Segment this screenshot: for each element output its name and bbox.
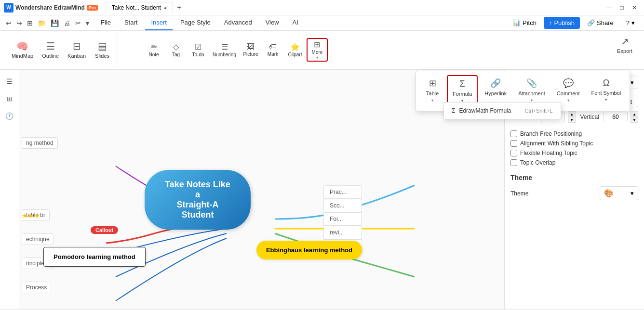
formula-icon: Σ — [460, 79, 465, 89]
callout-badge: Callout — [91, 226, 118, 234]
attachment-label: Attachment — [518, 90, 545, 96]
note-label: Note — [148, 52, 159, 57]
publish-btn[interactable]: ↑ Publish — [544, 17, 580, 29]
publish-label: Publish — [554, 19, 575, 26]
app-logo-icon: W — [4, 3, 13, 13]
slides-btn[interactable]: ▤ Slides — [91, 39, 114, 61]
pitch-btn[interactable]: 📊 Pitch — [508, 17, 542, 29]
tab-area: Take Not... Student ● + — [106, 2, 183, 13]
more-btn[interactable]: ⊞ More ▾ — [307, 38, 328, 62]
mark-btn[interactable]: 🏷 Mark — [262, 41, 283, 58]
tag-btn[interactable]: ◇ Tag — [165, 41, 187, 58]
numbering-btn[interactable]: ☰ Numbering — [210, 41, 239, 58]
vertical-input-group: ▲ ▼ — [604, 111, 638, 123]
add-tab-btn[interactable]: + — [175, 3, 183, 12]
tool8[interactable]: ▾ — [84, 17, 91, 29]
vertical-input[interactable] — [604, 112, 628, 122]
outline-btn[interactable]: ☰ Outline — [38, 39, 63, 61]
ebbinghaus-label: Ebbinghaus learning method — [266, 246, 352, 254]
export-label: Export — [617, 48, 632, 54]
ribbon-tab-bar: ↩ ↪ ⊞ 📁 💾 🖨 ✂ ▾ File Start Insert Page S… — [0, 15, 644, 31]
todo-btn[interactable]: ☑ To-do — [188, 41, 209, 58]
numbering-label: Numbering — [213, 52, 236, 57]
tool6[interactable]: 🖨 — [62, 17, 72, 29]
redo-btn[interactable]: ↪ — [14, 17, 24, 29]
tab-advanced[interactable]: Advanced — [218, 15, 258, 30]
table-icon: ⊞ — [429, 78, 436, 89]
tab-page-style[interactable]: Page Style — [174, 15, 216, 30]
branch-free-checkbox[interactable] — [510, 130, 517, 137]
share-btn[interactable]: 🔗 Share — [582, 17, 619, 29]
tool3[interactable]: ⊞ — [25, 17, 35, 29]
panel-btn-1[interactable]: ☰ — [2, 74, 17, 89]
close-btn[interactable]: ✕ — [629, 2, 640, 13]
tab-insert[interactable]: Insert — [145, 15, 173, 30]
more-chevron-icon: ▾ — [316, 55, 318, 60]
slides-label: Slides — [95, 53, 109, 59]
panel-btn-3[interactable]: 🕐 — [2, 108, 17, 124]
title-bar: W Wondershare EdrawMind Pro Take Not... … — [0, 0, 644, 15]
flexible-floating-checkbox[interactable] — [510, 150, 517, 156]
tool7[interactable]: ✂ — [73, 17, 83, 29]
mini-tools: ↩ ↪ ⊞ 📁 💾 🖨 ✂ ▾ — [4, 17, 91, 29]
tab-view[interactable]: View — [260, 15, 285, 30]
edrawmath-label: EdrawMath Formula — [459, 107, 511, 114]
kanban-icon: ⊟ — [73, 40, 81, 52]
share-icon: 🔗 — [587, 19, 595, 26]
maximize-btn[interactable]: □ — [616, 2, 628, 13]
pitch-icon: 📊 — [513, 19, 521, 26]
active-tab[interactable]: Take Not... Student ● — [106, 2, 173, 13]
undo-btn[interactable]: ↩ — [4, 17, 13, 29]
clipart-btn[interactable]: ⭐ Clipart — [284, 41, 306, 58]
vertical-spin-up[interactable]: ▲ — [631, 111, 638, 117]
clipart-label: Clipart — [288, 52, 302, 57]
alignment-sibling-checkbox[interactable] — [510, 140, 517, 147]
panel-btn-2[interactable]: ⊞ — [2, 91, 17, 106]
layout-chevron-icon: ▾ — [631, 79, 634, 86]
table-dropdown-item[interactable]: ⊞ Table ▾ — [420, 75, 445, 107]
ebbinghaus-topic[interactable]: Ebbinghaus learning method — [256, 241, 362, 259]
outline-label: Outline — [42, 53, 59, 59]
export-btn[interactable]: ↗ Export — [613, 34, 636, 56]
ribbon-actions: 📊 Pitch ↑ Publish 🔗 Share ? ▾ — [508, 17, 640, 29]
tool5[interactable]: 💾 — [49, 17, 61, 29]
theme-label: Theme — [510, 190, 528, 197]
hyperlink-label: Hyperlink — [484, 90, 507, 96]
theme-select[interactable]: 🎨 ▾ — [600, 186, 638, 200]
tool4[interactable]: 📁 — [36, 17, 48, 29]
vertical-spin-down[interactable]: ▼ — [631, 117, 638, 123]
kanban-btn[interactable]: ⊟ Kanban — [64, 39, 90, 61]
minimize-btn[interactable]: — — [604, 2, 615, 13]
mark-label: Mark — [268, 52, 278, 57]
note-btn[interactable]: ✏ Note — [143, 41, 164, 58]
share-label: Share — [597, 19, 614, 26]
stars-1: ★★★ — [22, 212, 40, 220]
edrawmath-formula-item[interactable]: Σ EdrawMath Formula Ctrl+Shift+L — [444, 104, 561, 117]
pomodoro-topic[interactable]: Pomodoro learning method — [43, 247, 146, 267]
horizontal-spin-btns: ▲ ▼ — [568, 111, 576, 123]
mindmap-btn[interactable]: 🧠 MindMap — [8, 39, 37, 61]
tab-ai[interactable]: AI — [287, 15, 304, 30]
help-icon: ? — [626, 19, 630, 26]
horizontal-spin-up[interactable]: ▲ — [568, 111, 576, 117]
help-btn[interactable]: ? ▾ — [621, 17, 640, 29]
checkboxes-section: Branch Free Positioning Alignment With S… — [510, 130, 638, 166]
vertical-spin-btns: ▲ ▼ — [631, 111, 638, 123]
tab-start[interactable]: Start — [119, 15, 143, 30]
todo-icon: ☑ — [195, 42, 201, 52]
central-topic[interactable]: Take Notes Like aStraight-A Student — [145, 170, 251, 230]
horizontal-spin-down[interactable]: ▼ — [568, 117, 576, 123]
topic-overlap-checkbox[interactable] — [510, 159, 517, 166]
note-icon: ✏ — [151, 42, 157, 52]
picture-btn[interactable]: 🖼 Picture — [240, 41, 261, 58]
tab-close-btn[interactable]: ● — [164, 5, 167, 11]
picture-icon: 🖼 — [247, 42, 255, 51]
font-symbol-dropdown-item[interactable]: Ω Font Symbol ▾ — [587, 75, 626, 107]
mindmap-icon: 🧠 — [16, 40, 28, 52]
theme-chevron-icon: ▾ — [631, 190, 634, 197]
formula-submenu: Σ EdrawMath Formula Ctrl+Shift+L — [443, 102, 561, 119]
view-group-items: 🧠 MindMap ☰ Outline ⊟ Kanban ▤ Slides — [8, 34, 114, 65]
flexible-floating-row: Flexible Floating Topic — [510, 150, 638, 156]
tab-file[interactable]: File — [95, 15, 117, 30]
edrawmath-shortcut: Ctrl+Shift+L — [515, 108, 552, 114]
